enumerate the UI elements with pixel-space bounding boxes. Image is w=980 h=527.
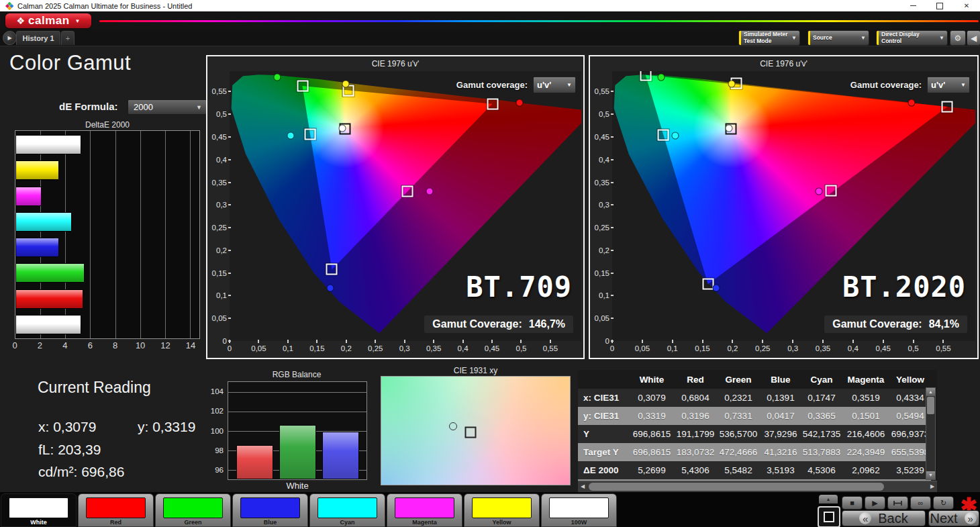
pattern-swatch-green[interactable]: Green xyxy=(155,493,231,527)
collapse-toolbar-button[interactable]: ◀ xyxy=(967,30,980,46)
cie-plot-area: Gamut coverage: u'v'▼ BT.2020 Gamut Cove… xyxy=(612,71,975,341)
x-tick-label: 0,4 xyxy=(458,344,469,352)
next-button[interactable]: Next » xyxy=(928,510,979,526)
table-cell: 0,3079 xyxy=(629,389,675,407)
y-tick-label: 0 xyxy=(605,337,609,345)
pattern-swatch-yellow[interactable]: Yellow xyxy=(464,493,540,527)
row-label: Y xyxy=(578,425,629,443)
scrollbar-thumb[interactable] xyxy=(927,397,934,414)
stop-button[interactable]: ■ xyxy=(842,496,863,510)
delta-e-bar-red xyxy=(15,289,83,309)
x-tick-label: 0,05 xyxy=(251,344,266,352)
rainbow-accent-bar xyxy=(99,20,979,22)
close-button[interactable]: ✕ xyxy=(953,0,980,11)
y-tick xyxy=(611,113,614,115)
reference-standard-name: BT.709 xyxy=(466,271,572,303)
gamut-coverage-mode-dropdown[interactable]: u'v'▼ xyxy=(927,77,970,93)
rgb-balance-title: RGB Balance xyxy=(226,370,367,379)
expand-panel-button[interactable]: ▲ xyxy=(819,495,838,504)
table-cell: 3,5193 xyxy=(761,461,801,479)
table-cell: 0,3196 xyxy=(675,407,716,425)
scrollbar-thumb[interactable] xyxy=(589,483,884,491)
add-tab-button[interactable]: + xyxy=(61,31,75,45)
pattern-swatch-cyan[interactable]: Cyan xyxy=(309,493,385,527)
pattern-swatch-blue[interactable]: Blue xyxy=(232,493,308,527)
table-vertical-scrollbar[interactable]: ▲ ▼ xyxy=(926,387,936,480)
chevron-down-icon: ▼ xyxy=(961,82,966,88)
minimize-button[interactable] xyxy=(899,0,926,11)
x-tick-label: 0,05 xyxy=(635,344,650,352)
pattern-swatch-magenta[interactable]: Magenta xyxy=(387,493,462,527)
cie-x-axis: 00,050,10,150,20,250,30,350,40,450,50,55 xyxy=(230,344,581,356)
rgb-bar-blue xyxy=(322,432,359,479)
x-tick xyxy=(702,340,703,343)
swatch-label: White xyxy=(1,519,76,526)
pattern-swatch-100w[interactable]: 100W xyxy=(541,493,617,527)
cie-chart-bt709: CIE 1976 u'v' 0,550,50,450,40,350,30,250… xyxy=(206,55,585,359)
chevrons-left-icon: « xyxy=(859,512,871,524)
restore-button[interactable] xyxy=(926,0,953,11)
de-formula-select[interactable]: 2000 ▼ xyxy=(128,99,207,115)
play-icon: ▶ xyxy=(872,499,877,508)
continuous-read-button[interactable]: ∞ xyxy=(910,496,931,510)
scroll-left-icon[interactable]: ◀ xyxy=(578,481,587,492)
y-tick-label: 0,3 xyxy=(599,201,609,209)
y-tick-label: 102 xyxy=(211,407,224,415)
y-tick-label: 0,45 xyxy=(595,133,609,141)
measured-marker-red xyxy=(908,99,916,107)
pattern-swatch-red[interactable]: Red xyxy=(78,493,154,527)
x-tick-label: 0,55 xyxy=(543,344,558,352)
y-tick xyxy=(611,340,614,342)
table-cell: 5,4306 xyxy=(675,461,716,479)
y-tick xyxy=(228,318,231,319)
measured-marker-yellow xyxy=(728,81,736,88)
x-tick xyxy=(550,340,551,343)
target-marker-red xyxy=(942,101,953,113)
measured-marker-cyan xyxy=(287,132,294,140)
table-row: y: CIE310,33190,31960,73310,04170,33650,… xyxy=(578,407,931,425)
play-button[interactable]: ▶ xyxy=(865,496,885,510)
gamut-coverage-readout: Gamut Coverage:146,7% xyxy=(424,316,573,333)
refresh-button[interactable]: ↻ xyxy=(933,496,954,510)
row-label: x: CIE31 xyxy=(578,389,629,407)
meter-dropdown[interactable]: Simulated MeterTest Mode ▼ xyxy=(738,30,800,46)
pattern-window-button[interactable] xyxy=(818,506,840,527)
table-cell: 5,2699 xyxy=(629,461,675,479)
x-tick xyxy=(258,340,259,343)
x-tick-label: 0,35 xyxy=(426,344,441,352)
scroll-up-icon[interactable]: ▲ xyxy=(926,388,935,396)
swatch-color-chip xyxy=(163,497,223,518)
calman-menu-button[interactable]: ❖ calman ▼ xyxy=(5,13,91,28)
back-button[interactable]: « Back xyxy=(842,510,926,526)
y-tick xyxy=(611,159,614,160)
source-dropdown[interactable]: Source ▼ xyxy=(807,30,869,46)
tab-history-1[interactable]: History 1 xyxy=(16,31,60,45)
x-tick-label: 0,1 xyxy=(667,344,678,352)
measured-marker-green xyxy=(274,73,281,81)
y-tick-label: 0,15 xyxy=(595,269,609,277)
target-marker-cyan xyxy=(658,129,669,140)
settings-gear-button[interactable]: ⚙ xyxy=(950,30,966,46)
x-tick-label: 0,45 xyxy=(876,344,891,352)
delta-e-bar-100w-white xyxy=(15,315,81,334)
gamut-coverage-dropdown-label: Gamut coverage: xyxy=(850,80,922,90)
y-tick-label: 0,35 xyxy=(595,179,609,187)
pattern-swatch-white[interactable]: White xyxy=(1,493,77,527)
y-tick-label: 0,15 xyxy=(212,269,227,277)
column-header-yellow: Yellow xyxy=(889,370,931,389)
table-cell: 0,3519 xyxy=(842,389,889,407)
chevron-down-icon: ▼ xyxy=(939,35,944,41)
y-tick-label: 0,05 xyxy=(212,314,227,322)
x-tick xyxy=(462,340,464,343)
table-horizontal-scrollbar[interactable]: ◀ ▶ xyxy=(578,481,937,492)
tab-expander-button[interactable]: ▶ xyxy=(3,31,17,45)
display-control-dropdown[interactable]: Direct Display Control ▼ xyxy=(876,30,948,46)
step-read-button[interactable] xyxy=(887,496,908,510)
y-tick-label: 0,5 xyxy=(216,110,227,118)
gamut-coverage-mode-dropdown[interactable]: u'v'▼ xyxy=(533,77,576,93)
measured-marker-cyan xyxy=(671,132,679,140)
y-tick xyxy=(228,227,231,228)
scroll-right-icon[interactable]: ▶ xyxy=(928,481,937,492)
scroll-down-icon[interactable]: ▼ xyxy=(926,471,935,479)
y-tick-label: 104 xyxy=(211,387,224,395)
